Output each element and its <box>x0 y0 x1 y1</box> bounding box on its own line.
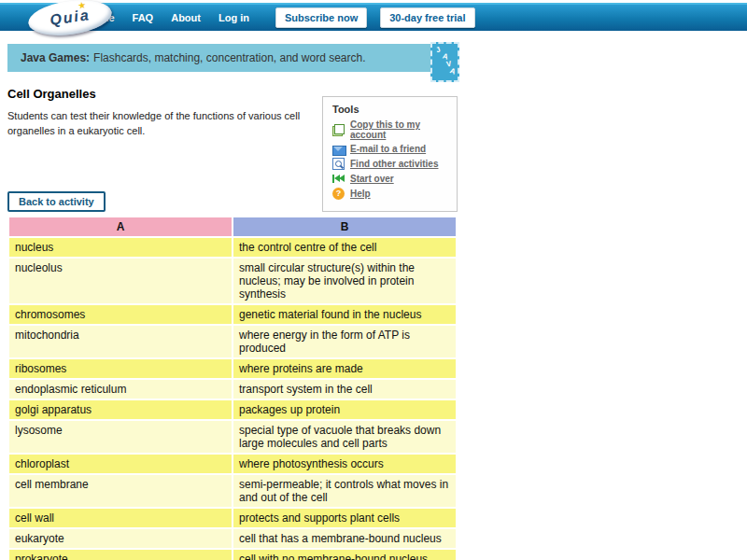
definition-cell: transport system in the cell <box>233 380 456 399</box>
banner-label: Java Games: <box>21 51 90 64</box>
tools-panel: Tools Copy this to my account E-mail to … <box>322 96 458 212</box>
table-row: ribosomeswhere proteins are made <box>9 359 456 378</box>
tool-item-email: E-mail to a friend <box>332 143 447 155</box>
activity-description: Students can test their knowledge of the… <box>7 108 317 138</box>
term-cell: golgi apparatus <box>9 400 232 419</box>
table-row: cell wallprotects and supports plant cel… <box>9 509 456 527</box>
java-icon: J A V A <box>430 42 459 82</box>
rewind-icon <box>332 173 345 185</box>
topbar-buttons: Subscribe now 30-day free trial <box>275 7 475 28</box>
top-navigation-bar: Quia ★ Home FAQ About Log in Subscribe n… <box>0 3 747 31</box>
term-cell: mitochondria <box>9 326 232 357</box>
subscribe-now-button[interactable]: Subscribe now <box>275 7 367 28</box>
banner-strip: Java Games: Flashcards, matching, concen… <box>7 44 430 72</box>
nav-link-login[interactable]: Log in <box>218 12 249 23</box>
definition-cell: genetic material found in the nucleus <box>233 305 456 324</box>
term-cell: cell membrane <box>9 475 232 507</box>
table-row: nucleusthe control centre of the cell <box>9 238 456 257</box>
nav-link-about[interactable]: About <box>171 12 201 23</box>
column-header-b: B <box>233 217 456 236</box>
email-icon <box>332 144 345 156</box>
table-row: eukaryotecell that has a membrane-bound … <box>9 529 456 548</box>
definition-cell: protects and supports plant cells <box>233 509 456 527</box>
tool-item-help: Help <box>332 188 447 200</box>
definition-cell: semi-permeable; it controls what moves i… <box>233 475 456 507</box>
term-cell: chloroplast <box>9 455 232 473</box>
terms-table: A B nucleusthe control centre of the cel… <box>7 216 458 560</box>
term-cell: endoplasmic reticulum <box>9 380 232 399</box>
term-cell: prokaryote <box>9 550 232 560</box>
start-over-link[interactable]: Start over <box>350 174 394 184</box>
table-row: chloroplastwhere photosynthesis occurs <box>9 455 456 473</box>
java-letter: A <box>449 66 458 76</box>
quia-logo[interactable]: Quia ★ <box>26 0 114 40</box>
table-header-row: A B <box>9 217 456 236</box>
tools-title: Tools <box>332 104 447 115</box>
table-row: nucleolussmall circular structure(s) wit… <box>9 259 456 303</box>
column-header-a: A <box>9 217 232 236</box>
page: Quia ★ Home FAQ About Log in Subscribe n… <box>0 0 747 560</box>
term-cell: ribosomes <box>9 359 232 378</box>
help-icon <box>332 188 345 200</box>
definition-cell: where photosynthesis occurs <box>233 455 456 473</box>
definition-cell: packages up protein <box>233 400 456 419</box>
free-trial-button[interactable]: 30-day free trial <box>380 7 474 28</box>
star-icon: ★ <box>78 0 87 11</box>
back-to-activity-button[interactable]: Back to activity <box>7 191 106 212</box>
java-games-banner: Java Games: Flashcards, matching, concen… <box>7 44 459 72</box>
term-cell: cell wall <box>9 509 232 527</box>
definition-cell: cell with no membrane-bound nucleus <box>233 550 456 560</box>
tool-item-copy: Copy this to my account <box>332 119 447 140</box>
table-row: mitochondriawhere energy in the form of … <box>9 326 456 357</box>
nav-link-faq[interactable]: FAQ <box>133 12 154 23</box>
definition-cell: where energy in the form of ATP is produ… <box>233 326 456 357</box>
definition-cell: where proteins are made <box>233 359 456 378</box>
email-friend-link[interactable]: E-mail to a friend <box>350 144 426 154</box>
terms-table-body: nucleusthe control centre of the cellnuc… <box>9 238 456 560</box>
copy-icon <box>332 124 345 136</box>
copy-to-account-link[interactable]: Copy this to my account <box>350 119 447 140</box>
term-cell: nucleus <box>9 238 232 257</box>
term-cell: chromosomes <box>9 305 232 324</box>
definition-cell: the control centre of the cell <box>233 238 456 257</box>
banner-description: Flashcards, matching, concentration, and… <box>93 51 365 64</box>
table-row: cell membranesemi-permeable; it controls… <box>9 475 456 507</box>
definition-cell: special type of vacuole that breaks down… <box>233 421 456 453</box>
java-letter: J <box>435 46 442 55</box>
table-row: endoplasmic reticulumtransport system in… <box>9 380 456 399</box>
term-cell: lysosome <box>9 421 232 453</box>
main-content: Cell Organelles Students can test their … <box>0 87 747 560</box>
definition-cell: small circular structure(s) within the n… <box>233 259 456 303</box>
term-cell: nucleolus <box>9 259 232 303</box>
table-row: chromosomesgenetic material found in the… <box>9 305 456 324</box>
tool-item-start-over: Start over <box>332 173 447 185</box>
help-link[interactable]: Help <box>350 189 371 199</box>
search-icon <box>332 158 345 170</box>
table-row: prokaryotecell with no membrane-bound nu… <box>9 550 456 560</box>
table-row: golgi apparatuspackages up protein <box>9 400 456 419</box>
definition-cell: cell that has a membrane-bound nucleus <box>233 529 456 548</box>
tool-item-find: Find other activities <box>332 158 447 170</box>
find-activities-link[interactable]: Find other activities <box>350 159 438 169</box>
term-cell: eukaryote <box>9 529 232 548</box>
table-row: lysosomespecial type of vacuole that bre… <box>9 421 456 453</box>
